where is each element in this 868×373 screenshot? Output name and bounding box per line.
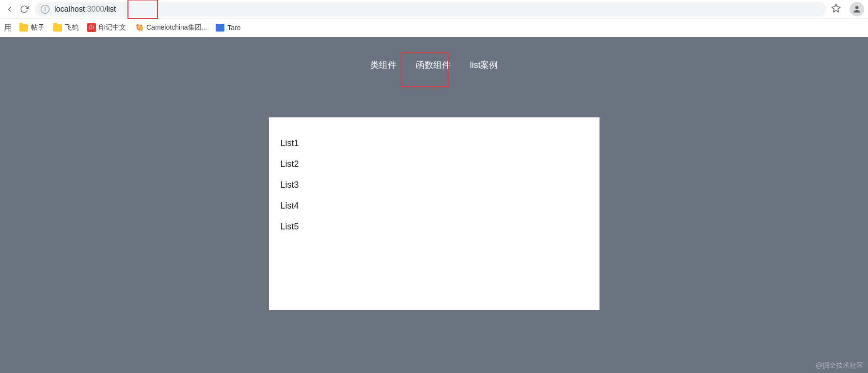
folder-icon bbox=[53, 24, 62, 32]
reload-button[interactable] bbox=[18, 3, 30, 15]
nav-tab-list-example[interactable]: list案例 bbox=[468, 54, 500, 76]
folder-icon bbox=[19, 24, 28, 32]
bookmark-item[interactable]: 飞鹤 bbox=[53, 23, 79, 32]
nav-tab-function-component[interactable]: 函数组件 bbox=[414, 54, 453, 76]
bookmark-item[interactable]: 🐫 Camelotchina集团... bbox=[135, 23, 207, 32]
browser-toolbar: i localhost:3000/list bbox=[0, 0, 868, 18]
profile-avatar-icon[interactable] bbox=[850, 2, 864, 16]
bookmark-label: 帖子 bbox=[31, 23, 45, 32]
page-content: 类组件 函数组件 list案例 List1 List2 List3 List4 … bbox=[0, 37, 868, 373]
bookmark-label: 印记中文 bbox=[99, 23, 126, 32]
bookmark-item[interactable]: Taro bbox=[216, 24, 240, 32]
apps-shortcut[interactable]: 用 bbox=[4, 22, 11, 33]
list-item: List4 bbox=[281, 195, 588, 216]
site-icon: 印 bbox=[87, 23, 96, 32]
list-item: List2 bbox=[281, 154, 588, 175]
watermark: @掘金技术社区 bbox=[816, 361, 863, 370]
bookmark-label: Camelotchina集团... bbox=[146, 23, 207, 32]
url-text: localhost:3000/list bbox=[54, 5, 116, 14]
address-bar[interactable]: i localhost:3000/list bbox=[35, 2, 826, 16]
bookmarks-bar: 用 帖子 飞鹤 印 印记中文 🐫 Camelotchina集团... Taro bbox=[0, 18, 868, 37]
svg-point-1 bbox=[855, 6, 859, 9]
nav-tabs: 类组件 函数组件 list案例 bbox=[0, 37, 868, 76]
site-info-icon[interactable]: i bbox=[41, 5, 49, 14]
site-icon: 🐫 bbox=[135, 23, 143, 32]
bookmark-item[interactable]: 印 印记中文 bbox=[87, 23, 126, 32]
bookmark-star-icon[interactable] bbox=[831, 3, 841, 15]
bookmark-label: 飞鹤 bbox=[65, 23, 79, 32]
url-highlight-annotation bbox=[127, 0, 158, 19]
list-item: List3 bbox=[281, 175, 588, 195]
bookmark-item[interactable]: 帖子 bbox=[19, 23, 45, 32]
list-item: List5 bbox=[281, 216, 588, 237]
site-icon bbox=[216, 24, 224, 32]
back-button[interactable] bbox=[4, 3, 16, 15]
svg-marker-0 bbox=[832, 4, 840, 12]
nav-tab-class-component[interactable]: 类组件 bbox=[368, 54, 398, 76]
content-panel: List1 List2 List3 List4 List5 bbox=[269, 117, 600, 310]
bookmark-label: Taro bbox=[227, 24, 240, 32]
list-item: List1 bbox=[281, 133, 588, 154]
